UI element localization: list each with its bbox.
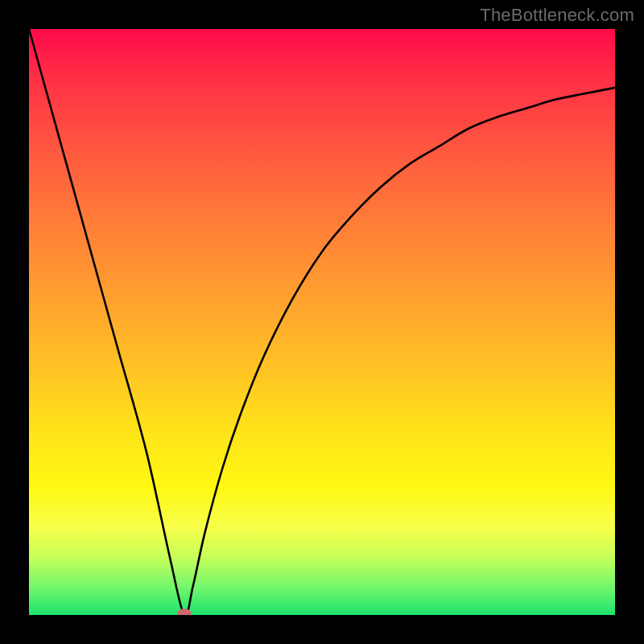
curve-svg [29,29,615,615]
chart-frame: TheBottleneck.com [0,0,644,644]
watermark-text: TheBottleneck.com [480,5,634,26]
bottleneck-curve-path [29,29,615,615]
plot-area [29,29,615,615]
